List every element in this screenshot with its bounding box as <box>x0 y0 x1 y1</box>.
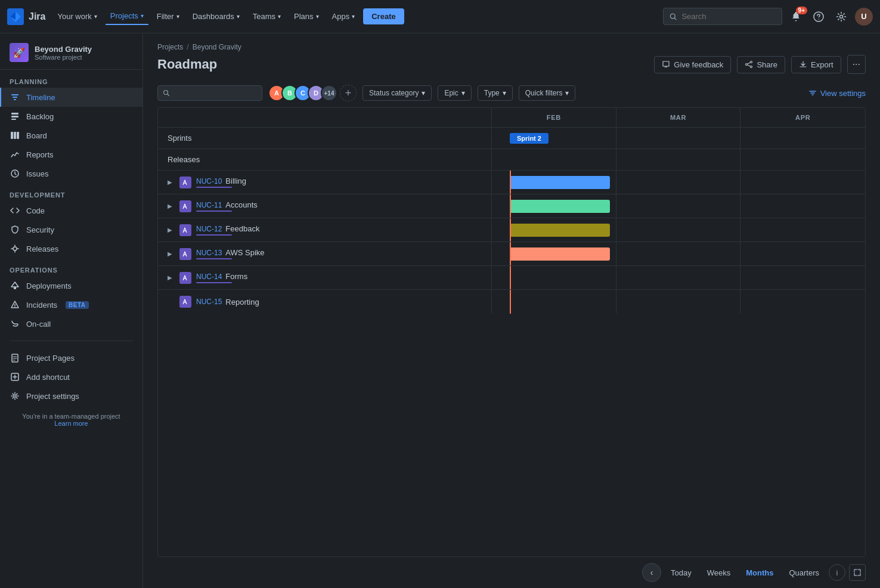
months-button[interactable]: Months <box>740 565 779 581</box>
gantt-bar-nuc13[interactable] <box>510 247 610 261</box>
reports-icon <box>10 149 20 160</box>
quarters-button[interactable]: Quarters <box>783 565 825 581</box>
sidebar-item-security[interactable]: Security <box>0 220 142 239</box>
row-id[interactable]: NUC-15 <box>196 298 222 306</box>
sidebar-item-board[interactable]: Board <box>0 126 142 145</box>
row-id[interactable]: NUC-12 <box>196 225 222 233</box>
sidebar-item-reports[interactable]: Reports <box>0 145 142 164</box>
operations-section-label: OPERATIONS <box>0 258 142 276</box>
avatar-count[interactable]: +14 <box>321 85 337 101</box>
table-row: ▶ NUC-12 Feedback <box>158 218 865 242</box>
today-line <box>510 242 511 265</box>
search-filter[interactable] <box>157 85 262 101</box>
gantt-bar-nuc12[interactable] <box>510 224 610 237</box>
sidebar-item-issues[interactable]: Issues <box>0 164 142 183</box>
sidebar-item-label: Incidents <box>26 301 57 310</box>
status-category-filter[interactable]: Status category ▾ <box>362 85 432 101</box>
topnav: Jira Your work ▾ Projects ▾ Filter ▾ Das… <box>0 0 880 33</box>
sprints-label: Sprints <box>158 128 492 148</box>
filter-nav[interactable]: Filter ▾ <box>152 8 184 24</box>
help-button[interactable] <box>810 8 828 26</box>
give-feedback-button[interactable]: Give feedback <box>654 56 731 73</box>
roadmap-header-mar: MAR <box>616 108 741 127</box>
search-box[interactable] <box>663 8 782 25</box>
today-button[interactable]: Today <box>665 565 698 581</box>
row-chart-nuc10-mar <box>616 171 741 194</box>
plans-nav[interactable]: Plans ▾ <box>289 8 324 24</box>
fullscreen-button[interactable] <box>849 564 866 581</box>
user-avatar[interactable]: U <box>855 8 873 26</box>
releases-section-header: Releases <box>158 149 865 171</box>
weeks-button[interactable]: Weeks <box>701 565 737 581</box>
sidebar-item-code[interactable]: Code <box>0 201 142 220</box>
your-work-nav[interactable]: Your work ▾ <box>52 8 101 24</box>
row-id[interactable]: NUC-13 <box>196 249 222 257</box>
expand-icon[interactable]: ▶ <box>165 178 175 187</box>
sidebar-item-project-settings[interactable]: Project settings <box>0 386 142 406</box>
sidebar-item-label: Code <box>26 206 45 215</box>
releases-icon <box>10 243 20 254</box>
prev-button[interactable]: ‹ <box>642 563 661 582</box>
row-name: AWS Spike <box>225 248 264 257</box>
sprints-row: Sprints Sprint 2 <box>158 128 865 149</box>
today-line <box>510 194 511 218</box>
logo[interactable]: Jira <box>7 8 45 25</box>
quick-filters[interactable]: Quick filters ▾ <box>519 85 576 101</box>
expand-icon[interactable]: ▶ <box>165 273 175 283</box>
settings-button[interactable] <box>832 8 850 26</box>
roadmap-header-empty <box>158 108 492 127</box>
apps-nav[interactable]: Apps ▾ <box>327 8 360 24</box>
type-filter[interactable]: Type ▾ <box>478 85 513 101</box>
add-shortcut-icon <box>10 372 20 382</box>
row-id[interactable]: NUC-11 <box>196 201 222 209</box>
sidebar-item-on-call[interactable]: On-call <box>0 314 142 333</box>
expand-icon[interactable]: ▶ <box>165 202 175 211</box>
svg-point-22 <box>746 64 748 66</box>
expand-icon[interactable]: ▶ <box>165 225 175 235</box>
row-id[interactable]: NUC-14 <box>196 273 222 281</box>
export-button[interactable]: Export <box>791 56 841 73</box>
help-icon <box>813 11 824 22</box>
row-name: Accounts <box>225 200 257 209</box>
sidebar-item-add-shortcut[interactable]: Add shortcut <box>0 367 142 386</box>
sidebar-item-backlog[interactable]: Backlog <box>0 107 142 126</box>
today-line <box>510 266 511 289</box>
breadcrumb-projects[interactable]: Projects <box>157 43 183 51</box>
epic-icon <box>179 296 191 308</box>
roadmap-header-feb: FEB <box>492 108 616 127</box>
svg-point-15 <box>13 247 17 250</box>
gantt-bar-nuc11[interactable] <box>510 200 610 213</box>
info-button[interactable]: i <box>829 564 845 581</box>
teams-nav[interactable]: Teams ▾ <box>248 8 286 24</box>
sidebar-item-incidents[interactable]: Incidents BETA <box>0 295 142 314</box>
search-input[interactable] <box>681 12 776 21</box>
sidebar-item-timeline[interactable]: Timeline <box>0 88 142 107</box>
gantt-bar-nuc10[interactable] <box>510 176 610 189</box>
roadmap-search-input[interactable] <box>173 89 257 97</box>
sidebar-item-project-pages[interactable]: Project Pages <box>0 348 142 367</box>
svg-rect-9 <box>11 116 18 117</box>
share-button[interactable]: Share <box>737 56 785 73</box>
sidebar-item-releases[interactable]: Releases <box>0 239 142 258</box>
breadcrumb-project[interactable]: Beyond Gravity <box>193 43 241 51</box>
notification-badge: 9+ <box>796 7 807 14</box>
view-settings-button[interactable]: View settings <box>808 89 866 98</box>
row-id[interactable]: NUC-10 <box>196 177 222 185</box>
projects-nav[interactable]: Projects ▾ <box>106 8 148 25</box>
dashboards-nav[interactable]: Dashboards ▾ <box>188 8 244 24</box>
more-options-button[interactable]: ··· <box>847 55 866 74</box>
svg-rect-6 <box>13 97 17 98</box>
epic-filter[interactable]: Epic ▾ <box>438 85 471 101</box>
assign-users-button[interactable]: + <box>340 85 357 101</box>
epic-icon <box>179 248 191 260</box>
table-row: ▶ NUC-11 Accounts <box>158 194 865 218</box>
planning-section-label: PLANNING <box>0 70 142 88</box>
expand-icon[interactable]: ▶ <box>165 249 175 259</box>
feedback-icon <box>662 60 670 69</box>
learn-more-link[interactable]: Learn more <box>54 420 88 427</box>
create-button[interactable]: Create <box>363 8 404 24</box>
notifications-button[interactable]: 9+ <box>787 8 805 26</box>
svg-rect-11 <box>11 132 13 139</box>
sidebar-item-deployments[interactable]: Deployments <box>0 276 142 295</box>
row-chart-nuc15 <box>492 290 616 314</box>
